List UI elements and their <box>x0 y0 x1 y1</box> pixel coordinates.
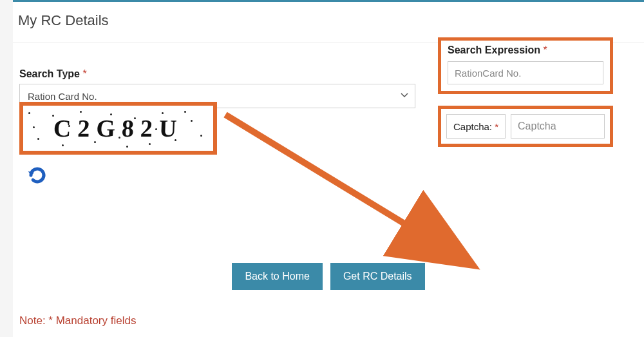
refresh-captcha-button[interactable] <box>26 164 49 187</box>
page-title: My RC Details <box>13 2 644 43</box>
search-expression-group: Search Expression * <box>438 37 613 94</box>
captcha-label-box: Captcha: * <box>446 114 506 139</box>
chevron-down-icon <box>401 91 408 101</box>
required-asterisk: * <box>544 44 547 55</box>
captcha-input[interactable] <box>511 114 605 139</box>
captcha-label-text: Captcha: <box>453 121 492 132</box>
search-type-value: Ration Card No. <box>28 91 97 102</box>
required-asterisk: * <box>82 68 86 79</box>
back-to-home-button[interactable]: Back to Home <box>232 263 322 290</box>
page-container: My RC Details Search Type * Ration Card … <box>13 0 644 337</box>
svg-line-1 <box>225 115 464 260</box>
refresh-icon <box>28 166 47 185</box>
get-rc-details-button[interactable]: Get RC Details <box>330 263 425 290</box>
form-area: Search Type * Ration Card No. Search Exp… <box>13 43 644 108</box>
captcha-input-group: Captcha: * <box>438 106 613 147</box>
search-type-label: Search Type * <box>19 68 415 80</box>
required-asterisk: * <box>495 121 498 132</box>
search-expression-label: Search Expression * <box>448 44 603 56</box>
mandatory-note: Note: * Mandatory fields <box>19 314 136 327</box>
search-expression-label-text: Search Expression <box>448 44 540 55</box>
captcha-image: C2G82U <box>23 106 213 151</box>
captcha-image-box: C2G82U <box>19 102 217 155</box>
search-type-label-text: Search Type <box>19 68 80 79</box>
search-expression-input[interactable] <box>448 61 603 84</box>
button-row: Back to Home Get RC Details <box>13 263 644 290</box>
